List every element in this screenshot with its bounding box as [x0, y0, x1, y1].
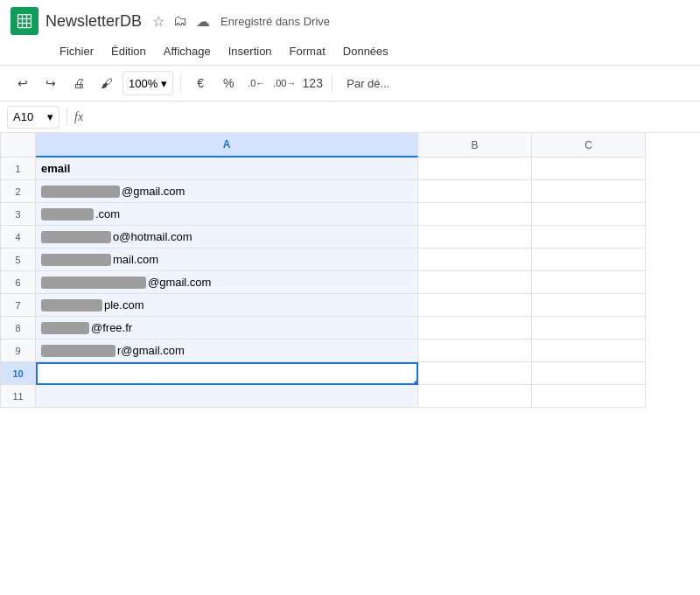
toolbar: ↩ ↪ 🖨 🖌 100% ▾ € % .0← .00→ 123 Par dé..… [0, 65, 700, 102]
cell-c7[interactable] [532, 294, 646, 317]
row-number-2: 2 [1, 180, 36, 203]
cell-b5[interactable] [418, 248, 532, 271]
fx-icon: fx [74, 110, 83, 124]
col-header-c[interactable]: C [532, 133, 646, 158]
cell-a6[interactable]: @gmail.com [36, 271, 418, 294]
cell-b1[interactable] [418, 158, 532, 180]
col-header-b[interactable]: B [418, 133, 532, 158]
cell-ref-dropdown-icon: ▾ [47, 110, 53, 123]
cell-c5[interactable] [532, 248, 646, 271]
row-number-header [1, 133, 36, 158]
sheet-grid: A B C 1 email 2 @gmail.com 3 .com 4 o@ho… [0, 133, 700, 408]
cell-b3[interactable] [418, 203, 532, 226]
spreadsheet: A B C 1 email 2 @gmail.com 3 .com 4 o@ho… [0, 133, 700, 408]
menu-insertion[interactable]: Insertion [221, 42, 279, 60]
percent-button[interactable]: % [216, 71, 241, 95]
row-number-9: 9 [1, 340, 36, 362]
menu-bar: Fichier Édition Affichage Insertion Form… [0, 38, 700, 65]
cell-b7[interactable] [418, 294, 532, 317]
menu-donnees[interactable]: Données [336, 42, 396, 60]
row-number-7: 7 [1, 294, 36, 317]
menu-edition[interactable]: Édition [104, 42, 153, 60]
cell-a11[interactable] [36, 385, 418, 408]
cell-b6[interactable] [418, 271, 532, 294]
formula-bar: A10 ▾ fx [0, 102, 700, 133]
menu-fichier[interactable]: Fichier [52, 42, 101, 60]
cell-c11[interactable] [532, 385, 646, 408]
cell-c6[interactable] [532, 271, 646, 294]
redacted-block [41, 322, 89, 334]
zoom-value: 100% [129, 77, 158, 90]
cell-b11[interactable] [418, 385, 532, 408]
print-button[interactable]: 🖨 [66, 71, 91, 95]
cell-c8[interactable] [532, 317, 646, 340]
cloud-icon: ☁ [196, 13, 210, 30]
app-icon [10, 7, 38, 35]
decrease-decimal-button[interactable]: .0← [244, 71, 269, 95]
menu-affichage[interactable]: Affichage [157, 42, 218, 60]
cell-a10[interactable] [36, 362, 418, 385]
title-icons: ☆ 🗂 ☁ [152, 13, 210, 30]
cell-b9[interactable] [418, 340, 532, 362]
cell-ref-value: A10 [13, 110, 33, 123]
increase-decimal-button[interactable]: .00→ [272, 71, 297, 95]
number-format-button[interactable]: 123 [300, 71, 325, 95]
star-icon[interactable]: ☆ [152, 13, 164, 30]
cell-c1[interactable] [532, 158, 646, 180]
cell-a1[interactable]: email [36, 158, 418, 180]
row-number-8: 8 [1, 317, 36, 340]
cell-a4[interactable]: o@hotmail.com [36, 226, 418, 248]
redacted-block [41, 186, 120, 198]
row-number-4: 4 [1, 226, 36, 248]
row-number-3: 3 [1, 203, 36, 226]
toolbar-separator-2 [332, 74, 332, 92]
row-number-1: 1 [1, 158, 36, 180]
cell-b8[interactable] [418, 317, 532, 340]
formula-separator [66, 108, 67, 126]
cell-a7[interactable]: ple.com [36, 294, 418, 317]
cell-a9[interactable]: r@gmail.com [36, 340, 418, 362]
row-number-5: 5 [1, 248, 36, 271]
menu-format[interactable]: Format [283, 42, 332, 60]
cell-c9[interactable] [532, 340, 646, 362]
title-bar: NewsletterDB ☆ 🗂 ☁ Enregistré dans Drive [0, 0, 700, 38]
redacted-block [41, 231, 111, 243]
zoom-dropdown-icon: ▾ [161, 77, 167, 90]
redacted-block [41, 276, 146, 289]
redo-button[interactable]: ↪ [38, 71, 63, 95]
formula-input[interactable] [90, 106, 693, 129]
row-number-6: 6 [1, 271, 36, 294]
cell-c4[interactable] [532, 226, 646, 248]
save-status: Enregistré dans Drive [220, 15, 330, 28]
paint-format-button[interactable]: 🖌 [94, 71, 119, 95]
cell-a5[interactable]: mail.com [36, 248, 418, 271]
row-number-11: 11 [1, 385, 36, 408]
cell-c2[interactable] [532, 180, 646, 203]
cell-a2[interactable]: @gmail.com [36, 180, 418, 203]
font-format-dropdown[interactable]: Par dé... [340, 71, 396, 95]
row-number-10: 10 [1, 362, 36, 385]
cell-c3[interactable] [532, 203, 646, 226]
cell-b4[interactable] [418, 226, 532, 248]
redacted-block [41, 299, 102, 312]
cell-b2[interactable] [418, 180, 532, 203]
cell-c10[interactable] [532, 362, 646, 385]
cell-b10[interactable] [418, 362, 532, 385]
zoom-control[interactable]: 100% ▾ [122, 71, 173, 95]
redacted-block [41, 208, 94, 220]
currency-button[interactable]: € [188, 71, 213, 95]
document-title: NewsletterDB [46, 12, 142, 31]
svg-rect-0 [18, 15, 32, 28]
cell-a3[interactable]: .com [36, 203, 418, 226]
undo-button[interactable]: ↩ [10, 71, 35, 95]
redacted-block [41, 254, 111, 266]
col-header-a[interactable]: A [36, 133, 418, 158]
font-format-label: Par dé... [346, 77, 389, 90]
redacted-block [41, 345, 116, 357]
folder-icon[interactable]: 🗂 [173, 13, 187, 29]
cell-reference[interactable]: A10 ▾ [7, 106, 60, 129]
toolbar-separator-1 [180, 74, 181, 92]
cell-a8[interactable]: @free.fr [36, 317, 418, 340]
